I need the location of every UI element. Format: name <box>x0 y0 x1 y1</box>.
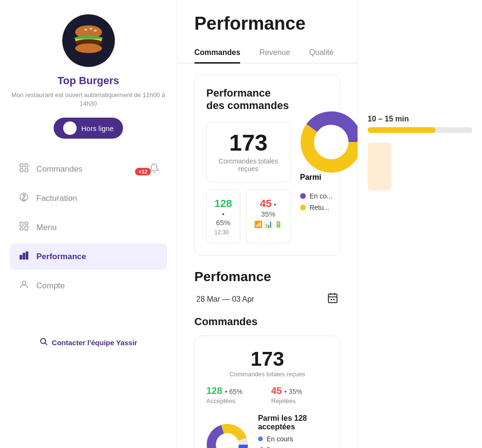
bottom-rejected-number: 45 • 35% <box>271 385 329 396</box>
right-panel-top-spacer <box>368 10 472 105</box>
svg-rect-27 <box>328 294 337 303</box>
svg-point-4 <box>94 30 97 32</box>
donut-chart <box>300 111 358 173</box>
svg-rect-9 <box>20 164 23 167</box>
bottom-total-number: 173 <box>206 348 328 371</box>
sidebar-item-facturation-label: Facturation <box>36 194 77 203</box>
content-area: Performance des commandes 173 Commandes … <box>177 64 358 448</box>
main-wrapper: Performance Commandes Revenue Qualité Pe… <box>177 0 482 448</box>
sidebar-item-performance[interactable]: Performance <box>10 243 167 270</box>
signal-icon: 📊 <box>264 220 272 228</box>
notification-badge: +12 <box>135 168 151 175</box>
contact-label: Contacter l'équipe Yassir <box>52 339 137 347</box>
total-number: 173 <box>216 131 280 154</box>
search-icon <box>39 337 48 348</box>
total-stats-box: 173 Commandes totales reçues <box>206 121 291 183</box>
svg-line-23 <box>45 343 47 345</box>
svg-rect-15 <box>25 222 28 225</box>
delivery-icons: 📶 📊 🔋 <box>254 220 282 228</box>
tab-qualite[interactable]: Qualité <box>309 44 334 63</box>
user-icon <box>18 279 30 292</box>
perf-card-left: Performance des commandes 173 Commandes … <box>206 87 291 244</box>
time-bar-section: 10 – 15 min <box>368 115 472 133</box>
wifi-icon: 📶 <box>254 220 262 228</box>
tab-commandes[interactable]: Commandes <box>194 44 240 63</box>
bottom-accepted-number: 128 • 65% <box>206 385 264 396</box>
retour-dot <box>300 205 306 210</box>
performance-section-title: Perfomance <box>194 269 340 284</box>
legend-retour: Retu... <box>300 204 332 211</box>
rejected-number-row: 45 • 35% <box>254 197 282 219</box>
accepted-percent: • 65% <box>216 210 230 227</box>
dollar-icon <box>18 192 30 205</box>
bottom-donut-chart <box>206 418 248 448</box>
right-panel: 10 – 15 min <box>358 0 482 448</box>
right-panel-bottom-area <box>368 142 472 200</box>
parmi-info: Parmi les 128 acceptées En cours 12 (15%… <box>258 414 328 448</box>
sidebar-item-commandes[interactable]: Commandes +12 <box>10 156 167 182</box>
retour-legend-label: Retu... <box>310 204 329 211</box>
commandes-card: 173 Commandes totales reçues 128 • 65% A… <box>194 336 340 448</box>
menu-icon <box>18 221 30 234</box>
donut-legend: En co... Retu... <box>300 192 332 211</box>
page-title: Performance <box>194 13 340 34</box>
commandes-section-title: Commandes <box>194 316 340 328</box>
time-bar <box>368 127 472 133</box>
main-content: Performance Commandes Revenue Qualité Pe… <box>177 0 358 448</box>
svg-rect-11 <box>20 169 23 172</box>
svg-point-3 <box>90 28 92 30</box>
sidebar-nav: Commandes +12 Facturation <box>10 156 167 299</box>
total-label: Commandes totales reçues <box>216 157 280 173</box>
bar-chart-icon <box>18 250 30 263</box>
decorative-shape <box>368 142 392 190</box>
svg-point-26 <box>318 129 345 155</box>
date-range: 28 Mar — 03 Apr <box>196 295 254 304</box>
accepted-stat: 128 • 65% 12:30 <box>206 189 240 244</box>
accepted-number-row: 128 • 65% <box>214 197 232 227</box>
donut-bottom-wrapper: Parmi les 128 acceptées En cours 12 (15%… <box>206 414 328 448</box>
svg-point-21 <box>22 281 25 284</box>
accepted-number: 128 <box>214 197 232 209</box>
svg-rect-19 <box>23 253 25 260</box>
restaurant-name: Top Burgers <box>57 75 119 87</box>
burger-svg <box>65 17 112 65</box>
contact-section[interactable]: Contacter l'équipe Yassir <box>39 328 137 348</box>
sidebar-item-menu-label: Menu <box>36 223 57 232</box>
stat-time: 12:30 <box>214 229 232 236</box>
status-label: Hors ligne <box>81 124 114 132</box>
bottom-accepted: 128 • 65% Acceptées <box>206 385 264 404</box>
svg-rect-31 <box>331 299 332 300</box>
status-toggle[interactable]: Hors ligne <box>54 118 123 139</box>
date-range-row: 28 Mar — 03 Apr <box>194 292 340 306</box>
en-cours-legend-label: En co... <box>310 192 332 200</box>
sidebar-item-performance-label: Performance <box>36 252 86 262</box>
rejected-sub-label: Rejetées <box>271 397 329 404</box>
split-stats: 128 • 65% 12:30 45 • 35% 📶 <box>206 189 291 244</box>
sidebar-item-compte[interactable]: Compte <box>10 273 167 299</box>
en-cours-label-bottom: En cours <box>267 435 293 443</box>
calendar-icon[interactable] <box>327 292 338 306</box>
svg-rect-20 <box>26 252 28 260</box>
bottom-total-label: Commandes totales reçues <box>206 371 328 378</box>
svg-rect-16 <box>25 226 28 230</box>
tab-revenue[interactable]: Revenue <box>259 44 290 63</box>
svg-rect-12 <box>25 169 28 172</box>
bottom-rejected: 45 • 35% Rejetées <box>271 385 329 404</box>
svg-rect-17 <box>20 228 23 230</box>
page-header: Performance <box>177 0 358 34</box>
restaurant-logo <box>62 14 115 67</box>
svg-rect-32 <box>333 299 335 300</box>
rejected-stat: 45 • 35% 📶 📊 🔋 <box>246 189 291 244</box>
svg-rect-18 <box>20 255 22 259</box>
parmi-label: Parmi les 128 acceptées <box>258 414 328 431</box>
restaurant-hours: Mon restaurant est ouvert automatiquemen… <box>10 91 167 108</box>
en-cours-row: En cours <box>258 435 328 443</box>
time-bar-label: 10 – 15 min <box>368 115 472 123</box>
en-cours-dot-bottom <box>258 437 263 441</box>
commandes-row: 173 Commandes totales reçues 128 • 65% A… <box>206 348 328 448</box>
sidebar-item-commandes-label: Commandes <box>36 164 82 174</box>
svg-rect-14 <box>20 222 23 226</box>
toggle-circle <box>63 121 77 135</box>
sidebar-item-menu[interactable]: Menu <box>10 214 167 240</box>
sidebar-item-facturation[interactable]: Facturation <box>10 185 167 211</box>
